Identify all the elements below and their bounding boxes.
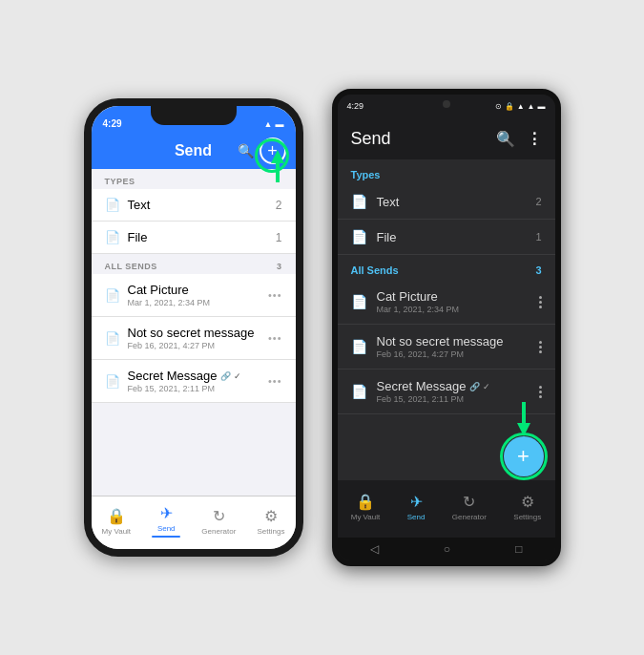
- ios-cat-date: Mar 1, 2021, 2:34 PM: [128, 298, 211, 307]
- ios-file-count: 1: [276, 231, 282, 244]
- android-nav-settings[interactable]: ⚙ Settings: [513, 493, 541, 521]
- ios-nav-settings[interactable]: ⚙ Settings: [258, 507, 285, 536]
- ios-file-label: File: [128, 230, 148, 244]
- d7: [539, 386, 542, 389]
- android-vault-label: My Vault: [351, 513, 381, 521]
- android-notif-icon: ⊙: [495, 102, 502, 111]
- ios-settings-label: Settings: [258, 527, 285, 536]
- android-send-not-secret[interactable]: 📄 Not so secret message Feb 16, 2021, 4:…: [338, 325, 555, 370]
- ios-send-icon: ✈: [160, 504, 173, 522]
- ios-time: 4:29: [103, 118, 122, 129]
- ios-cat-label: Cat Picture: [128, 283, 211, 297]
- android-not-secret-date: Feb 16, 2021, 4:27 PM: [377, 349, 504, 359]
- d3: [539, 306, 542, 308]
- android-cat-icon: 📄: [351, 294, 367, 309]
- android-all-sends-count: 3: [535, 264, 541, 276]
- android-all-sends-section-header: All Sends 3: [338, 255, 555, 280]
- ios-text-label: Text: [128, 198, 151, 212]
- ios-secret-icon: 📄: [105, 331, 120, 346]
- android-phone: 4:29 ⊙ 🔒 ▲ ▲ ▬ Send 🔍 ⋮ Types 📄 Text 2: [332, 89, 561, 566]
- ios-arrow-annotation: [271, 150, 284, 182]
- ios-types-section-header: TYPES: [92, 169, 296, 189]
- ios-send-cat-picture[interactable]: 📄 Cat Picture Mar 1, 2021, 2:34 PM •••: [92, 274, 296, 317]
- ios-generator-label: Generator: [201, 527, 236, 536]
- ios-generator-icon: ↻: [213, 507, 225, 525]
- android-cat-more[interactable]: [539, 296, 542, 308]
- android-type-text-left: 📄 Text: [351, 194, 400, 209]
- android-secret-more[interactable]: [539, 386, 542, 398]
- android-bottom-nav: 🔒 My Vault ✈ Send ↻ Generator ⚙ Settings: [338, 480, 555, 538]
- android-text-label: Text: [377, 195, 400, 209]
- ios-secret2-label: Secret Message: [128, 369, 218, 383]
- ios-type-file[interactable]: 📄 File 1: [92, 222, 296, 254]
- ios-search-icon[interactable]: 🔍: [238, 143, 254, 158]
- ios-secret2-meta: Secret Message 🔗 ✓ Feb 15, 2021, 2:11 PM: [128, 369, 241, 393]
- ios-type-text-left: 📄 Text: [105, 198, 151, 212]
- android-arrow-stem: [522, 402, 526, 423]
- ios-secret-label: Not so secret message: [128, 326, 255, 340]
- android-secret-date: Feb 15, 2021, 2:11 PM: [377, 394, 490, 404]
- ios-send-secret2-left: 📄 Secret Message 🔗 ✓ Feb 15, 2021, 2:11 …: [105, 369, 241, 393]
- android-secret-label: Secret Message: [377, 379, 467, 393]
- android-cat-label: Cat Picture: [377, 289, 460, 304]
- ios-cat-icon: 📄: [105, 288, 120, 303]
- android-fab-button[interactable]: +: [504, 436, 544, 476]
- android-cat-meta: Cat Picture Mar 1, 2021, 2:34 PM: [377, 289, 460, 314]
- android-text-file-icon: 📄: [351, 194, 367, 209]
- android-not-secret-icon: 📄: [351, 339, 367, 354]
- ios-active-indicator: [152, 536, 180, 538]
- android-header: Send 🔍 ⋮: [338, 117, 555, 159]
- ios-cat-meta: Cat Picture Mar 1, 2021, 2:34 PM: [128, 283, 211, 307]
- ios-secret2-more[interactable]: •••: [268, 375, 282, 387]
- android-back-button[interactable]: ◁: [370, 542, 379, 556]
- ios-secret2-date: Feb 15, 2021, 2:11 PM: [128, 384, 241, 393]
- android-send-cat-picture[interactable]: 📄 Cat Picture Mar 1, 2021, 2:34 PM: [338, 280, 555, 325]
- ios-bottom-nav: 🔒 My Vault ✈ Send ↻ Generator ⚙ Settings: [92, 496, 296, 549]
- ios-secret-more[interactable]: •••: [268, 332, 282, 344]
- android-recents-button[interactable]: □: [515, 542, 522, 556]
- android-system-nav: ◁ ○ □: [338, 538, 555, 560]
- ios-send-secret-msg[interactable]: 📄 Not so secret message Feb 16, 2021, 4:…: [92, 317, 296, 360]
- android-camera: [443, 100, 450, 108]
- android-menu-icon[interactable]: ⋮: [527, 130, 542, 148]
- ios-send-secret-message[interactable]: 📄 Secret Message 🔗 ✓ Feb 15, 2021, 2:11 …: [92, 360, 296, 403]
- android-secret-meta: Secret Message 🔗 ✓ Feb 15, 2021, 2:11 PM: [377, 379, 490, 404]
- ios-nav-send[interactable]: ✈ Send: [152, 504, 180, 538]
- android-settings-label: Settings: [513, 513, 541, 521]
- ios-send-cat-left: 📄 Cat Picture Mar 1, 2021, 2:34 PM: [105, 283, 211, 307]
- android-cat-date: Mar 1, 2021, 2:34 PM: [377, 305, 460, 314]
- android-signal-icon: ▲: [528, 102, 535, 111]
- ios-nav-my-vault[interactable]: 🔒 My Vault: [102, 507, 132, 536]
- android-type-file[interactable]: 📄 File 1: [338, 220, 555, 255]
- android-generator-icon: ↻: [463, 493, 475, 511]
- ios-vault-label: My Vault: [102, 527, 132, 536]
- android-types-label: Types: [351, 169, 381, 180]
- android-nav-send[interactable]: ✈ Send: [407, 493, 426, 521]
- android-home-button[interactable]: ○: [444, 542, 450, 556]
- android-type-text[interactable]: 📄 Text 2: [338, 184, 555, 220]
- ios-nav-generator[interactable]: ↻ Generator: [201, 507, 236, 536]
- d9: [539, 395, 542, 398]
- android-not-secret-more[interactable]: [539, 341, 542, 353]
- ios-all-sends-label: ALL SENDS: [105, 262, 157, 271]
- android-vault-icon: 🔒: [356, 493, 375, 511]
- d1: [539, 296, 542, 299]
- android-secret-icon: 📄: [351, 384, 367, 399]
- android-nav-generator[interactable]: ↻ Generator: [452, 493, 487, 521]
- ios-all-sends-count: 3: [277, 262, 282, 271]
- ios-secret-date: Feb 16, 2021, 4:27 PM: [128, 341, 255, 350]
- ios-content: TYPES 📄 Text 2 📄 File 1 ALL SENDS 3 📄: [92, 169, 296, 496]
- android-type-file-left: 📄 File: [351, 229, 397, 244]
- ios-phone: 4:29 ▲ ▬ Send 🔍 + TYPES 📄 Text 2: [84, 98, 303, 557]
- ios-file-icon: 📄: [105, 230, 120, 244]
- ios-type-file-left: 📄 File: [105, 230, 148, 244]
- ios-type-text[interactable]: 📄 Text 2: [92, 189, 296, 222]
- android-send-nav-icon: ✈: [410, 493, 423, 511]
- android-types-section-header: Types: [338, 159, 555, 184]
- ios-cat-more[interactable]: •••: [268, 289, 282, 301]
- android-nav-my-vault[interactable]: 🔒 My Vault: [351, 493, 381, 521]
- ios-status-icons: ▲ ▬: [264, 119, 284, 129]
- ios-settings-icon: ⚙: [264, 507, 278, 525]
- android-search-icon[interactable]: 🔍: [496, 130, 515, 148]
- android-time: 4:29: [347, 101, 364, 111]
